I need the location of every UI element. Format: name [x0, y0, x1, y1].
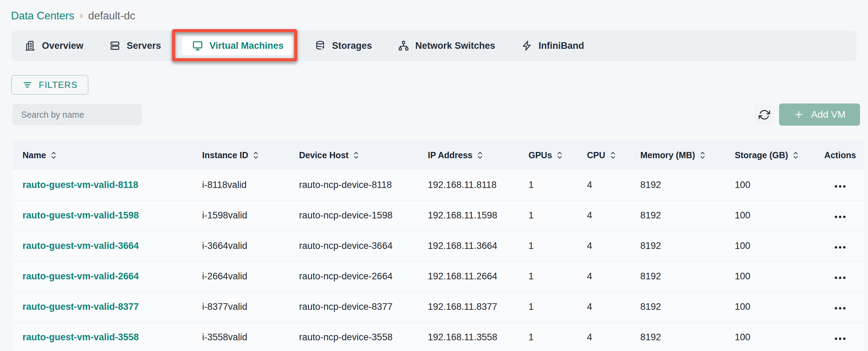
column-header-actions: Actions: [816, 141, 865, 170]
tab-label: Storages: [332, 40, 372, 51]
instance-id-cell: i-3664valid: [192, 231, 289, 261]
row-actions-menu-button[interactable]: [831, 243, 849, 252]
column-header-storage[interactable]: Storage (GB): [725, 141, 816, 170]
device-host-cell: rauto-ncp-device-8377: [289, 291, 418, 322]
row-actions-menu-button[interactable]: [831, 334, 849, 343]
memory-cell: 8192: [631, 261, 725, 291]
tab-infiniband[interactable]: InfiniBand: [508, 30, 597, 61]
tab-label: Virtual Machines: [209, 40, 283, 51]
storage-cell: 100: [725, 322, 816, 351]
gpus-cell: 1: [519, 322, 577, 351]
ip-address-cell: 192.168.11.8377: [418, 291, 519, 322]
row-actions-menu-button[interactable]: [831, 182, 849, 191]
breadcrumb-current: default-dc: [88, 10, 135, 22]
vm-name-link[interactable]: rauto-guest-vm-valid-1598: [22, 210, 139, 220]
ip-address-cell: 192.168.11.8118: [418, 170, 519, 200]
filters-button[interactable]: FILTERS: [11, 75, 88, 94]
tab-label: Servers: [127, 40, 161, 51]
monitor-icon: [192, 40, 204, 52]
column-header-device-host[interactable]: Device Host: [289, 141, 418, 170]
tab-virtual-machines[interactable]: Virtual Machines: [182, 36, 293, 55]
device-host-cell: rauto-ncp-device-3664: [289, 231, 418, 261]
storage-cell: 100: [725, 170, 816, 200]
device-host-cell: rauto-ncp-device-3558: [289, 322, 418, 351]
tab-overview[interactable]: Overview: [17, 30, 96, 61]
instance-id-cell: i-1598valid: [192, 200, 289, 231]
gpus-cell: 1: [519, 261, 577, 291]
refresh-icon: [759, 109, 770, 120]
vm-name-link[interactable]: rauto-guest-vm-valid-2664: [22, 271, 139, 281]
tab-servers[interactable]: Servers: [96, 30, 174, 61]
vm-name-link[interactable]: rauto-guest-vm-valid-8118: [22, 180, 138, 190]
sort-icon[interactable]: [353, 151, 359, 160]
device-host-cell: rauto-ncp-device-8118: [289, 170, 418, 200]
column-header-name[interactable]: Name: [13, 141, 192, 170]
storage-icon: [314, 40, 326, 52]
tab-storages[interactable]: Storages: [301, 30, 385, 61]
breadcrumb-separator: ›: [80, 9, 83, 21]
memory-cell: 8192: [631, 231, 725, 261]
vm-name-link[interactable]: rauto-guest-vm-valid-8377: [22, 302, 139, 312]
vm-name-link[interactable]: rauto-guest-vm-valid-3558: [22, 332, 139, 342]
vm-table: Name Instance ID Device Host IP Address …: [13, 141, 865, 351]
sort-icon[interactable]: [793, 151, 799, 160]
filter-icon: [22, 80, 33, 90]
column-header-ip-address[interactable]: IP Address: [418, 141, 519, 170]
sort-icon[interactable]: [253, 151, 259, 160]
gpus-cell: 1: [519, 231, 577, 261]
column-header-gpus[interactable]: GPUs: [519, 141, 577, 170]
storage-cell: 100: [725, 200, 816, 231]
tab-label: Overview: [42, 40, 83, 51]
instance-id-cell: i-3558valid: [192, 322, 289, 351]
add-vm-button[interactable]: Add VM: [779, 104, 860, 126]
cpu-cell: 4: [577, 291, 631, 322]
breadcrumb: Data Centers › default-dc: [0, 0, 868, 22]
tab-network-switches[interactable]: Network Switches: [385, 30, 508, 61]
gpus-cell: 1: [519, 200, 577, 231]
cpu-cell: 4: [577, 200, 631, 231]
column-header-memory[interactable]: Memory (MB): [631, 141, 725, 170]
breadcrumb-link-data-centers[interactable]: Data Centers: [11, 10, 74, 22]
row-actions-menu-button[interactable]: [831, 273, 849, 282]
add-vm-label: Add VM: [811, 109, 846, 120]
sort-icon[interactable]: [610, 151, 616, 160]
row-actions-menu-button[interactable]: [831, 304, 849, 313]
ip-address-cell: 192.168.11.3558: [418, 322, 519, 351]
sort-icon[interactable]: [557, 151, 563, 160]
cpu-cell: 4: [577, 322, 631, 351]
right-actions: Add VM: [754, 104, 860, 126]
network-icon: [398, 40, 409, 52]
column-header-cpu[interactable]: CPU: [577, 141, 631, 170]
row-actions-menu-button[interactable]: [831, 212, 849, 222]
memory-cell: 8192: [631, 322, 725, 351]
table-row: rauto-guest-vm-valid-8118 i-8118valid ra…: [13, 170, 865, 200]
instance-id-cell: i-2664valid: [192, 261, 289, 291]
plus-icon: [794, 109, 804, 120]
cpu-cell: 4: [577, 261, 631, 291]
ip-address-cell: 192.168.11.3664: [418, 231, 519, 261]
sort-icon[interactable]: [477, 151, 483, 160]
table-header-row: Name Instance ID Device Host IP Address …: [13, 141, 865, 170]
gpus-cell: 1: [519, 170, 577, 200]
bolt-icon: [521, 40, 533, 52]
storage-cell: 100: [725, 261, 816, 291]
table-row: rauto-guest-vm-valid-3664 i-3664valid ra…: [13, 231, 865, 261]
table-row: rauto-guest-vm-valid-3558 i-3558valid ra…: [13, 322, 865, 351]
memory-cell: 8192: [631, 291, 725, 322]
refresh-button[interactable]: [754, 105, 774, 125]
tab-bar: Overview Servers Virtual Machines: [11, 30, 857, 61]
column-header-instance-id[interactable]: Instance ID: [192, 141, 289, 170]
cpu-cell: 4: [577, 170, 631, 200]
cpu-cell: 4: [577, 231, 631, 261]
device-host-cell: rauto-ncp-device-1598: [289, 200, 418, 231]
search-input[interactable]: [12, 104, 142, 125]
memory-cell: 8192: [631, 170, 725, 200]
filters-label: FILTERS: [39, 80, 78, 90]
sort-icon[interactable]: [51, 151, 57, 160]
storage-cell: 100: [725, 291, 816, 322]
sort-icon[interactable]: [699, 151, 706, 160]
table-row: rauto-guest-vm-valid-1598 i-1598valid ra…: [13, 200, 865, 231]
vm-name-link[interactable]: rauto-guest-vm-valid-3664: [22, 241, 139, 251]
instance-id-cell: i-8377valid: [192, 291, 289, 322]
storage-cell: 100: [725, 231, 816, 261]
